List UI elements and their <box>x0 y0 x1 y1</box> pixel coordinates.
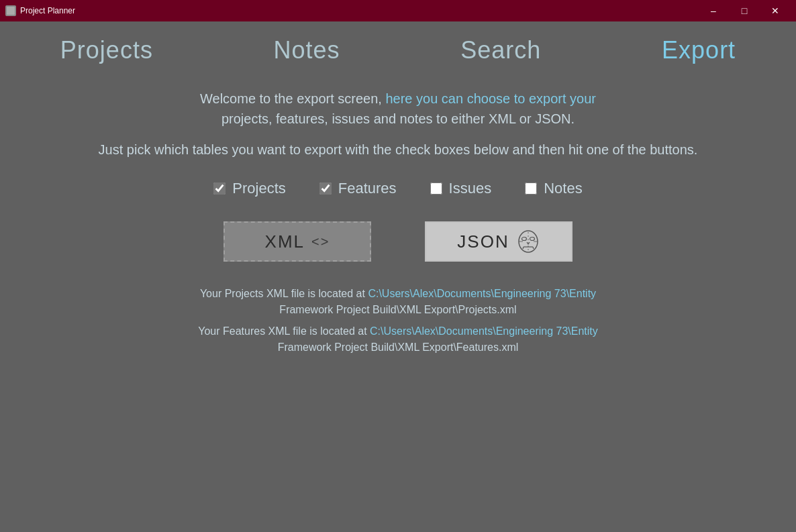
main-content: Welcome to the export screen, here you c… <box>0 75 796 532</box>
checkbox-projects-label[interactable]: Projects <box>232 180 285 197</box>
checkbox-notes-label[interactable]: Notes <box>544 180 582 197</box>
window-controls: – □ ✕ <box>698 0 791 21</box>
description-1: Welcome to the export screen, here you c… <box>200 89 596 129</box>
minimize-button[interactable]: – <box>698 0 729 21</box>
json-export-button[interactable]: JSON <box>425 221 573 262</box>
status-features-path2: Framework Project Build\XML Export\Featu… <box>278 341 519 353</box>
buttons-row: XML <> JSON <box>223 221 573 262</box>
checkbox-features[interactable] <box>319 182 332 195</box>
xml-label: XML <box>265 231 305 252</box>
checkbox-features-label[interactable]: Features <box>338 180 397 197</box>
status-features-path1: C:\Users\Alex\Documents\Engineering 73\E… <box>370 325 598 337</box>
checkbox-issues[interactable] <box>430 182 442 195</box>
checkbox-issues-label[interactable]: Issues <box>449 180 492 197</box>
desc1-highlight: here you can choose to export your <box>385 91 596 106</box>
svg-rect-0 <box>7 7 15 15</box>
checkbox-row: Projects Features Issues Notes <box>213 180 582 197</box>
checkbox-notes-item: Notes <box>525 180 582 197</box>
title-bar: Project Planner – □ ✕ <box>0 0 796 21</box>
xml-export-button[interactable]: XML <> <box>223 221 371 262</box>
status-messages: Your Projects XML file is located at C:\… <box>198 286 598 356</box>
checkbox-issues-item: Issues <box>430 180 492 197</box>
close-button[interactable]: ✕ <box>760 0 791 21</box>
maximize-button[interactable]: □ <box>729 0 760 21</box>
nav-projects[interactable]: Projects <box>47 34 166 67</box>
title-bar-left: Project Planner <box>5 5 75 16</box>
checkbox-notes[interactable] <box>525 182 537 195</box>
svg-point-2 <box>521 237 526 241</box>
checkbox-features-item: Features <box>319 180 397 197</box>
status-msg-features: Your Features XML file is located at C:\… <box>198 323 598 356</box>
description-2: Just pick which tables you want to expor… <box>99 140 698 160</box>
xml-icon: <> <box>311 234 330 250</box>
status-msg-projects: Your Projects XML file is located at C:\… <box>200 286 596 318</box>
status-projects-path1: C:\Users\Alex\Documents\Engineering 73\E… <box>368 288 596 299</box>
json-label: JSON <box>457 231 509 252</box>
nav-bar: Projects Notes Search Export <box>0 21 796 75</box>
status-projects-path2: Framework Project Build\XML Export\Proje… <box>279 304 516 315</box>
status-projects-pre: Your Projects XML file is located at <box>200 288 368 299</box>
svg-line-6 <box>533 247 534 249</box>
desc1-post: projects, features, issues and notes to … <box>221 111 575 126</box>
svg-line-5 <box>523 247 524 249</box>
app-icon <box>5 5 16 16</box>
status-features-pre: Your Features XML file is located at <box>198 325 370 337</box>
nav-export[interactable]: Export <box>648 34 749 67</box>
json-face-icon <box>516 229 540 254</box>
nav-search[interactable]: Search <box>447 34 554 67</box>
checkbox-projects[interactable] <box>213 182 226 195</box>
nav-notes[interactable]: Notes <box>260 34 354 67</box>
app-title: Project Planner <box>20 6 75 15</box>
svg-point-3 <box>530 237 534 241</box>
checkbox-projects-item: Projects <box>213 180 285 197</box>
desc1-pre: Welcome to the export screen, <box>200 91 385 106</box>
